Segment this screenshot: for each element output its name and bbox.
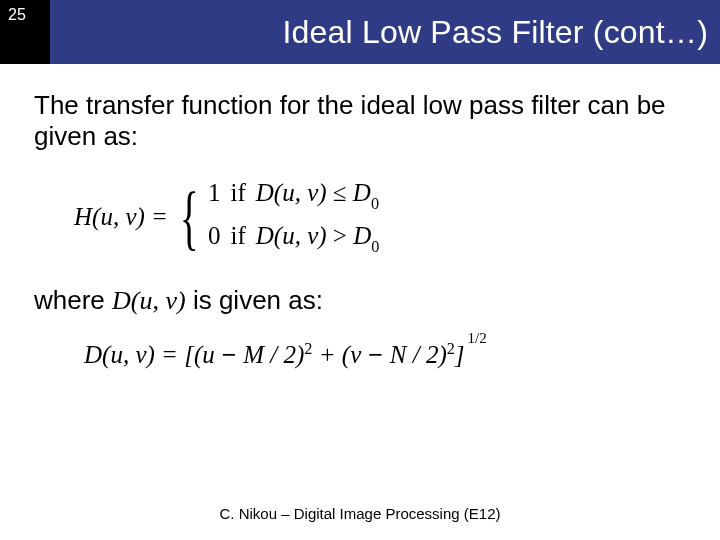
slide: 25 Ideal Low Pass Filter (cont…) The tra…	[0, 0, 720, 540]
eq2-sq2: 2	[447, 340, 455, 358]
slide-body: The transfer function for the ideal low …	[0, 64, 720, 370]
eq1-case-2: 0 if D(u, v) > D0	[206, 222, 379, 255]
page-number: 25	[8, 6, 26, 24]
case2-relation: >	[333, 222, 347, 249]
eq2-minus2: −	[361, 341, 390, 369]
case1-if: if	[230, 179, 245, 207]
case1-cond-left: D(u, v)	[256, 179, 327, 206]
eq2-mid1: M / 2)	[243, 342, 304, 369]
bridge-post: is given as:	[186, 285, 323, 315]
eq2-outer-exponent: 1/2	[468, 330, 487, 347]
intro-paragraph: The transfer function for the ideal low …	[34, 90, 686, 151]
slide-title: Ideal Low Pass Filter (cont…)	[50, 0, 720, 64]
case2-rhs-base: D	[353, 222, 371, 249]
eq2-minus1: −	[215, 341, 244, 369]
equation-distance: D(u, v) = [(u − M / 2)2 + (v − N / 2)2] …	[84, 340, 686, 369]
case1-rhs-base: D	[353, 179, 371, 206]
eq2-lhs: D(u, v) = [(u	[84, 342, 215, 369]
page-number-box: 25	[0, 0, 50, 64]
case2-value: 0	[206, 222, 220, 250]
case1-relation: ≤	[333, 179, 347, 206]
eq1-lhs: H(u, v) =	[74, 203, 168, 231]
eq1-case-1: 1 if D(u, v) ≤ D0	[206, 179, 379, 212]
footer-credit: C. Nikou – Digital Image Processing (E12…	[0, 505, 720, 522]
title-bar: 25 Ideal Low Pass Filter (cont…)	[0, 0, 720, 64]
brace-icon: {	[180, 189, 199, 247]
eq2-plus: + (v	[312, 342, 361, 369]
bridge-paragraph: where D(u, v) is given as:	[34, 285, 686, 316]
case1-rhs-sub: 0	[371, 195, 379, 213]
equation-transfer-function: H(u, v) = { 1 if D(u, v) ≤ D0 0 if	[74, 179, 686, 255]
case2-if: if	[230, 222, 245, 250]
case2-rhs-sub: 0	[371, 238, 379, 256]
case2-cond-left: D(u, v)	[256, 222, 327, 249]
bridge-var: D(u, v)	[112, 286, 186, 315]
eq2-close: ]	[455, 342, 465, 369]
case1-value: 1	[206, 179, 220, 207]
bridge-pre: where	[34, 285, 112, 315]
eq1-cases: 1 if D(u, v) ≤ D0 0 if D(u, v) >	[206, 179, 379, 255]
eq2-mid2: N / 2)	[390, 342, 447, 369]
